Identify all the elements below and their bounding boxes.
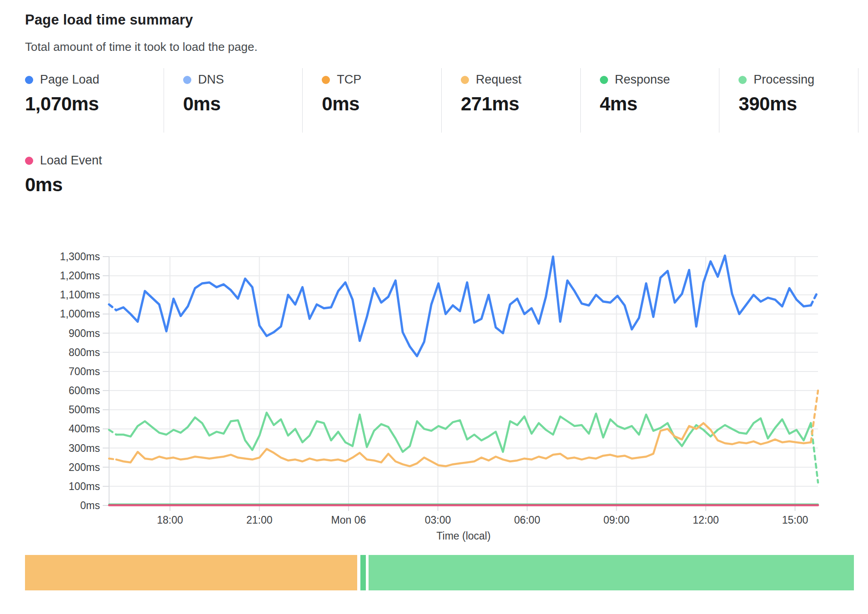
metric-value: 271ms: [442, 93, 580, 115]
metric-label: Load Event: [40, 154, 102, 168]
metric-processing[interactable]: Processing 390ms: [719, 68, 858, 133]
request-line-dash-tail: [811, 391, 818, 442]
y-tick-label: 1,000ms: [60, 308, 100, 320]
page-load-legend-dot: [25, 76, 33, 84]
processing-legend-dot: [738, 76, 747, 84]
metric-label: Response: [615, 73, 670, 87]
page-title: Page load time summary: [25, 12, 193, 28]
chart-svg[interactable]: 0ms100ms200ms300ms400ms500ms600ms700ms80…: [0, 200, 868, 555]
metric-label: Page Load: [40, 73, 100, 87]
y-tick-label: 900ms: [69, 327, 100, 339]
y-tick-label: 300ms: [69, 442, 100, 454]
y-tick-label: 100ms: [69, 480, 100, 492]
metric-dns[interactable]: DNS 0ms: [164, 68, 303, 133]
metric-value: 0ms: [164, 93, 303, 115]
y-tick-label: 500ms: [69, 404, 100, 416]
metric-label: TCP: [337, 73, 361, 87]
metric-label: DNS: [198, 73, 224, 87]
y-tick-label: 1,300ms: [60, 251, 100, 262]
metric-response[interactable]: Response 4ms: [581, 68, 720, 133]
metric-value: 390ms: [719, 93, 858, 115]
y-tick-label: 400ms: [69, 423, 100, 435]
x-axis-title: Time (local): [436, 530, 490, 542]
bar-segment-gap: [357, 555, 360, 590]
bar-segment-response-sliver: [360, 555, 366, 590]
x-tick-label: 18:00: [157, 514, 183, 526]
x-tick-label: 21:00: [246, 514, 273, 526]
processing-line-dash-head: [109, 430, 116, 435]
metric-value: 0ms: [303, 93, 441, 115]
x-tick-label: 03:00: [425, 514, 451, 526]
y-tick-label: 0ms: [80, 500, 100, 511]
bar-segment-request-share: [25, 555, 357, 590]
metric-request[interactable]: Request 271ms: [442, 68, 581, 133]
metric-label: Request: [476, 73, 522, 87]
x-tick-label: 15:00: [782, 514, 808, 526]
response-legend-dot: [600, 76, 608, 84]
metrics-legend-row: Page Load 1,070ms DNS 0ms TCP 0ms Reques…: [25, 68, 858, 133]
metric-page-load[interactable]: Page Load 1,070ms: [25, 68, 164, 133]
load-time-proportion-bar: [25, 555, 854, 590]
dns-legend-dot: [183, 76, 191, 84]
bar-segment-processing-share: [369, 555, 854, 590]
metric-value: 0ms: [25, 174, 102, 196]
page-load-line: [116, 256, 811, 356]
y-tick-label: 700ms: [69, 366, 100, 377]
metric-load-event[interactable]: Load Event 0ms: [25, 149, 102, 196]
x-tick-label: Mon 06: [331, 514, 366, 526]
x-tick-label: 06:00: [514, 514, 540, 526]
processing-line: [116, 413, 811, 452]
request-legend-dot: [461, 76, 469, 84]
metric-label: Processing: [753, 73, 814, 87]
y-tick-label: 600ms: [69, 385, 100, 396]
page-subtitle: Total amount of time it took to load the…: [25, 40, 258, 54]
y-tick-label: 1,200ms: [60, 270, 100, 282]
metric-tcp[interactable]: TCP 0ms: [303, 68, 442, 133]
metric-value: 4ms: [581, 93, 719, 115]
load-time-chart[interactable]: 0ms100ms200ms300ms400ms500ms600ms700ms80…: [0, 200, 868, 555]
y-tick-label: 800ms: [69, 347, 100, 358]
y-tick-label: 200ms: [69, 461, 100, 473]
request-line-dash-head: [109, 459, 116, 460]
tcp-legend-dot: [322, 76, 330, 84]
y-tick-label: 1,100ms: [60, 289, 100, 301]
metric-value: 1,070ms: [25, 93, 164, 115]
page-load-line-dash-head: [109, 304, 116, 310]
load-event-legend-dot: [25, 157, 33, 165]
x-tick-label: 09:00: [604, 514, 630, 526]
page-load-line-dash-tail: [811, 291, 818, 306]
metrics-legend-row-2: Load Event 0ms: [25, 149, 102, 196]
x-tick-label: 12:00: [693, 514, 719, 526]
